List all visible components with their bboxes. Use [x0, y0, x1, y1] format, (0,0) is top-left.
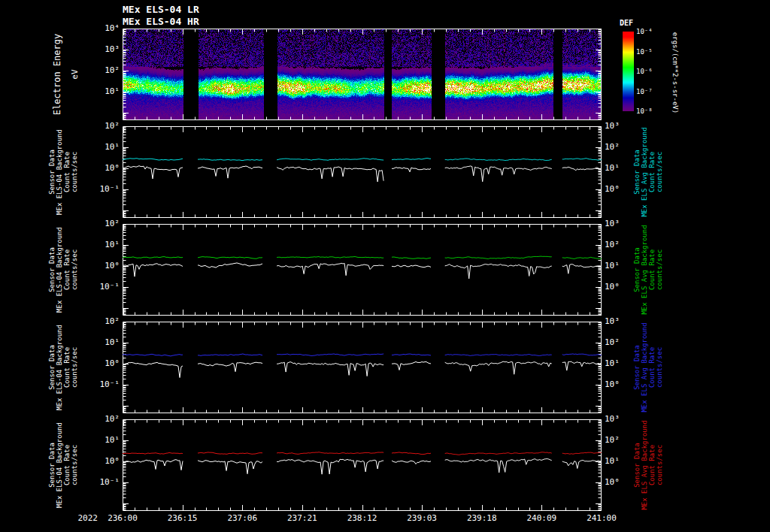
mex-els-quicklook-plot: MEx ELS-04 LR MEx ELS-04 HR Electron Ene… [0, 0, 770, 532]
panel-3-left-tick-label: 10² [89, 317, 120, 325]
panel-2-left-tick-label: 10² [89, 219, 120, 228]
panel-2-left-tick-label: 10¹ [89, 240, 120, 249]
panel-1-left-axis-label: Sensor DataMEx ELS-04 BackgroundCount Ra… [48, 129, 78, 215]
panel-2-right-axis-label: Sensor DataMEx ELS Avg BackgroundCount R… [633, 225, 663, 314]
colorbar-tick-label: 10⁻⁸ [636, 108, 653, 115]
panel-4-left-axis-label: Sensor DataMEx ELS-04 BackgroundCount Ra… [48, 422, 78, 508]
colorbar-canvas [623, 32, 634, 111]
panel-4-right-axis-label: Sensor DataMEx ELS Avg BackgroundCount R… [633, 420, 663, 509]
spectrogram-ytick-label: 10¹ [89, 87, 120, 95]
panel-2-left-axis-label: Sensor DataMEx ELS-04 BackgroundCount Ra… [48, 227, 78, 313]
panel-4-left-tick-label: 10⁻¹ [89, 478, 120, 486]
colorbar-title: DEF [620, 19, 633, 27]
panel-4-left-tick-label: 10⁰ [89, 457, 120, 465]
colorbar-tick-label: 10⁻⁷ [636, 89, 653, 95]
panel-1-right-axis-label: Sensor DataMEx ELS Avg BackgroundCount R… [633, 127, 663, 216]
panel-3-left-axis-label: Sensor DataMEx ELS-04 BackgroundCount Ra… [48, 325, 78, 410]
panel-2-right-tick-label: 10¹ [605, 261, 635, 270]
panel-1-right-tick-label: 10⁰ [605, 185, 635, 193]
spectrogram-ytick-label: 10⁴ [89, 24, 120, 32]
panel-2-left-tick-label: 10⁰ [89, 261, 120, 270]
panel-2-right-tick-label: 10³ [605, 219, 635, 228]
panel-4-right-tick-label: 10² [605, 436, 635, 444]
x-axis-tick-label: 240:09 [519, 514, 564, 522]
panel-3-right-axis-label: Sensor DataMEx ELS Avg BackgroundCount R… [633, 322, 663, 412]
x-axis-tick-label: 241:00 [579, 514, 624, 522]
spectrogram-ytick-label: 10² [89, 66, 120, 74]
panel-1-right-tick-label: 10² [605, 143, 635, 151]
panel-4-right-tick-label: 10³ [605, 415, 635, 423]
plot-title-hr: MEx ELS-04 HR [123, 16, 199, 27]
x-axis-tick-label: 237:21 [280, 514, 325, 522]
spectrogram-y-axis-units: eV [70, 69, 80, 79]
panel-1-left-tick-label: 10⁰ [89, 164, 120, 172]
spectrogram-y-axis-label: Electron Energy [52, 34, 62, 115]
x-axis-tick-label: 239:18 [459, 514, 505, 522]
panel-1-right-tick-label: 10³ [605, 122, 635, 130]
count-rate-panel-4-canvas [123, 419, 602, 511]
plot-title-lr: MEx ELS-04 LR [123, 4, 199, 15]
panel-4-right-tick-label: 10¹ [605, 457, 635, 465]
panel-3-right-tick-label: 10³ [605, 317, 635, 325]
panel-3-left-tick-label: 10¹ [89, 338, 120, 346]
colorbar-tick-label: 10⁻⁴ [636, 29, 653, 35]
panel-1-left-tick-label: 10² [89, 122, 120, 130]
count-rate-panel-2-canvas [123, 224, 602, 316]
panel-2-left-tick-label: 10⁻¹ [89, 283, 120, 291]
spectrogram-canvas [123, 29, 602, 120]
panel-4-right-tick-label: 10⁰ [605, 478, 635, 486]
panel-3-left-tick-label: 10⁻¹ [89, 380, 120, 388]
colorbar-tick-label: 10⁻⁶ [636, 68, 653, 75]
colorbar-tick-label: 10⁻⁵ [636, 49, 653, 56]
panel-1-right-tick-label: 10¹ [605, 164, 635, 172]
x-axis-year-label: 2022 [59, 514, 98, 522]
x-axis-tick-label: 237:06 [220, 514, 265, 522]
panel-4-left-tick-label: 10² [89, 415, 120, 423]
colorbar-units-label: ergs/(cm**2-s-sr-eV) [671, 32, 679, 113]
panel-2-right-tick-label: 10² [605, 240, 635, 249]
x-axis-tick-label: 239:03 [399, 514, 444, 522]
panel-1-left-tick-label: 10⁻¹ [89, 185, 120, 193]
panel-3-right-tick-label: 10² [605, 338, 635, 346]
count-rate-panel-3-canvas [123, 322, 602, 413]
panel-3-right-tick-label: 10¹ [605, 359, 635, 367]
panel-4-left-tick-label: 10¹ [89, 436, 120, 444]
panel-2-right-tick-label: 10⁰ [605, 283, 635, 291]
x-axis-tick-label: 238:12 [340, 514, 385, 522]
count-rate-panel-1-canvas [123, 126, 602, 218]
x-axis-tick-label: 236:15 [160, 514, 205, 522]
panel-1-left-tick-label: 10¹ [89, 143, 120, 151]
x-axis-tick-label: 236:00 [100, 514, 145, 522]
panel-3-right-tick-label: 10⁰ [605, 380, 635, 388]
panel-3-left-tick-label: 10⁰ [89, 359, 120, 367]
spectrogram-ytick-label: 10³ [89, 45, 120, 53]
